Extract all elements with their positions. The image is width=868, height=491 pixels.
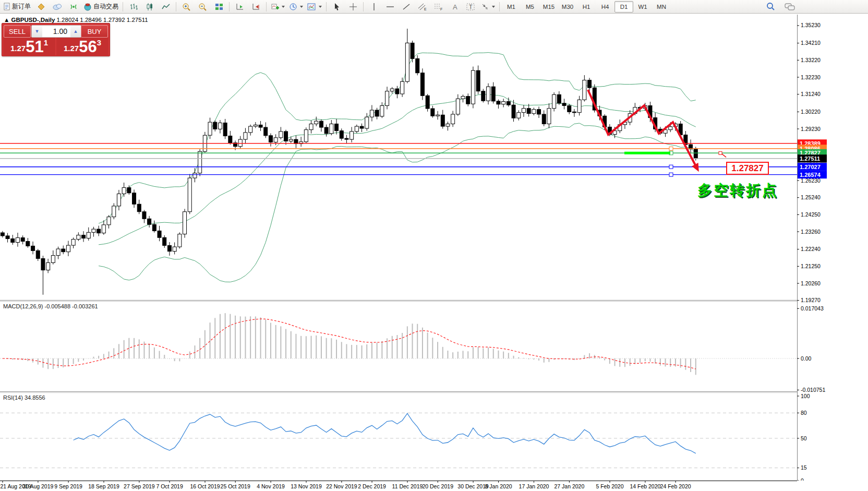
candlestick-mode-button[interactable] — [141, 1, 158, 13]
svg-text:1.31240: 1.31240 — [801, 91, 821, 97]
auto-scroll-button[interactable] — [232, 1, 248, 13]
zoom-out-button[interactable] — [195, 1, 211, 13]
time-axis-label: 2 Dec 2019 — [358, 483, 386, 489]
line-handle[interactable] — [669, 165, 673, 169]
chat-icon — [785, 3, 795, 11]
timeframe-button-m15[interactable]: M15 — [539, 1, 558, 13]
search-icon — [766, 2, 775, 11]
timeframe-button-h1[interactable]: H1 — [577, 1, 596, 13]
timeframe-bar: M1M5M15M30H1H4D1W1MN — [502, 1, 671, 13]
periods-button[interactable] — [287, 1, 305, 13]
toolbar-separator — [176, 2, 176, 11]
timeframe-button-h4[interactable]: H4 — [596, 1, 614, 13]
svg-text:1.30220: 1.30220 — [801, 109, 821, 115]
svg-text:0.017043: 0.017043 — [801, 305, 824, 312]
toolbar-separator — [266, 2, 267, 11]
collapse-marker[interactable]: ▲ — [4, 17, 9, 23]
candlestick-icon — [146, 3, 154, 11]
volume-value[interactable]: 1.00 — [42, 26, 70, 37]
new-order-button[interactable]: 新订单 — [1, 1, 33, 13]
dropdown-caret — [282, 6, 285, 8]
horizontal-line-tool-button[interactable] — [382, 1, 398, 13]
template-icon — [307, 3, 316, 11]
buy-button[interactable]: BUY — [81, 25, 108, 38]
sell-price-small: 1.27 — [10, 42, 26, 55]
crosshair-tool-button[interactable] — [345, 1, 361, 13]
chart-window: ▲ GBPUSD-,Daily 1.28024 1.28496 1.27392 … — [0, 14, 868, 491]
volume-decrease-button[interactable]: ▼ — [32, 26, 42, 37]
line-chart-icon — [162, 3, 170, 11]
ohlc-close: 1.27511 — [127, 17, 148, 23]
tile-windows-icon — [215, 3, 223, 11]
arrows-tool-button[interactable] — [479, 1, 497, 13]
sell-price-sup: 1 — [44, 39, 48, 46]
autotrading-button[interactable]: 自动交易 — [81, 1, 120, 13]
templates-button[interactable] — [305, 1, 324, 13]
time-axis-label: 25 Oct 2019 — [221, 483, 250, 489]
price-callout[interactable]: 1.27827 — [726, 162, 769, 175]
bar-chart-icon — [129, 3, 138, 11]
svg-text:1.22240: 1.22240 — [801, 246, 821, 252]
timeframe-button-m5[interactable]: M5 — [521, 1, 539, 13]
fibonacci-icon: F — [434, 3, 443, 11]
price-chart-pane[interactable] — [0, 15, 797, 300]
rsi-pane[interactable] — [0, 393, 797, 481]
profiles-button[interactable] — [33, 1, 49, 13]
text-label-tool-button[interactable]: T — [463, 1, 479, 13]
time-axis-label: 7 Oct 2019 — [156, 483, 183, 489]
svg-text:1.35230: 1.35230 — [801, 22, 821, 28]
new-order-icon — [3, 3, 10, 10]
symbol-header: ▲ GBPUSD-,Daily 1.28024 1.28496 1.27392 … — [4, 17, 148, 23]
zoom-in-button[interactable] — [178, 1, 195, 13]
fibonacci-tool-button[interactable]: F — [430, 1, 447, 13]
channel-tool-button[interactable]: E — [414, 1, 430, 13]
timeframe-button-m1[interactable]: M1 — [502, 1, 521, 13]
sell-price-big: 51 — [26, 39, 43, 55]
timeframe-button-m30[interactable]: M30 — [558, 1, 577, 13]
line-handle[interactable] — [669, 147, 673, 150]
text-tool-button[interactable]: A — [447, 1, 463, 13]
market-watch-button[interactable] — [49, 1, 65, 13]
timeframe-button-w1[interactable]: W1 — [633, 1, 652, 13]
trendline-tool-button[interactable] — [398, 1, 414, 13]
volume-increase-button[interactable]: ▲ — [70, 26, 81, 37]
sell-button[interactable]: SELL — [4, 25, 31, 38]
line-chart-mode-button[interactable] — [158, 1, 174, 13]
bar-chart-mode-button[interactable] — [125, 1, 141, 13]
toolbar-separator — [326, 2, 327, 11]
turning-point-annotation[interactable]: 多空转折点 — [697, 181, 778, 200]
price-axis[interactable]: 1.352301.342101.332201.322301.312401.302… — [797, 15, 868, 481]
dropdown-caret — [492, 6, 495, 8]
rsi-label: RSI(14) 34.8556 — [3, 394, 45, 401]
time-axis-label: 8 Jan 2020 — [485, 483, 512, 489]
svg-text:1.27027: 1.27027 — [800, 164, 821, 170]
svg-text:1.27511: 1.27511 — [800, 155, 820, 162]
timeframe-button-d1[interactable]: D1 — [614, 1, 633, 13]
pane-separator[interactable] — [0, 300, 868, 301]
pane-separator[interactable] — [0, 391, 868, 392]
tile-windows-button[interactable] — [211, 1, 227, 13]
time-axis-label: 20 Dec 2019 — [422, 483, 453, 489]
chat-button[interactable] — [781, 1, 798, 13]
chart-shift-button[interactable] — [248, 1, 264, 13]
line-handle[interactable] — [669, 173, 673, 176]
cloud-icon — [53, 3, 62, 11]
search-button[interactable] — [763, 1, 779, 13]
toolbar-separator — [499, 2, 500, 11]
time-axis[interactable]: 21 Aug 201930 Aug 20199 Sep 201918 Sep 2… — [0, 481, 797, 491]
buy-price-display[interactable]: 1.27563 — [56, 38, 108, 55]
svg-text:0.00: 0.00 — [801, 355, 812, 362]
macd-pane[interactable] — [0, 302, 797, 391]
chart-shift-icon — [252, 3, 260, 11]
diamond-icon — [37, 3, 45, 11]
sell-price-display[interactable]: 1.27511 — [3, 38, 55, 55]
vertical-line-icon — [371, 3, 377, 11]
time-axis-label: 14 Feb 2020 — [630, 483, 660, 489]
indicators-button[interactable] — [269, 1, 287, 13]
time-axis-label: 17 Jan 2020 — [519, 483, 549, 489]
ohlc-high: 1.28496 — [80, 17, 102, 23]
cursor-tool-button[interactable] — [329, 1, 345, 13]
timeframe-button-mn[interactable]: MN — [652, 1, 671, 13]
vertical-line-tool-button[interactable] — [366, 1, 382, 13]
signals-button[interactable] — [65, 1, 81, 13]
